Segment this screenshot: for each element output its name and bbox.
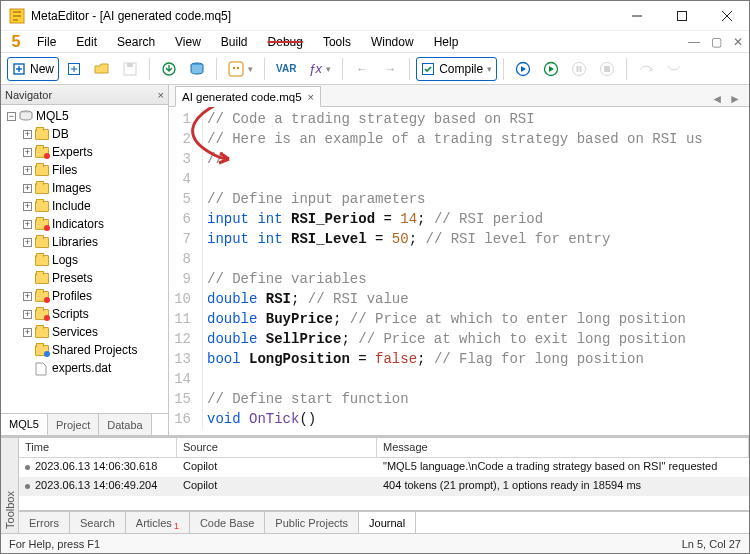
navigator-tree[interactable]: − MQL5 +DB +Experts +Files +Images +Incl… xyxy=(1,105,168,413)
svg-rect-28 xyxy=(604,66,610,72)
svg-rect-2 xyxy=(13,15,21,17)
new-button[interactable]: New xyxy=(7,57,59,81)
nav-tab-database[interactable]: Databa xyxy=(99,414,151,435)
menu-help[interactable]: Help xyxy=(424,31,469,52)
mdi-minimize-icon[interactable]: — xyxy=(683,31,705,52)
svg-point-20 xyxy=(237,66,239,68)
app-logo-icon: 5 xyxy=(5,31,27,52)
main-area: Navigator × − MQL5 +DB +Experts +Files +… xyxy=(1,85,749,435)
folder-icon xyxy=(35,327,49,338)
toolbox-label: Toolbox xyxy=(4,487,16,533)
compile-button[interactable]: Compile ▾ xyxy=(416,57,497,81)
toolbox-handle[interactable]: Toolbox xyxy=(1,438,19,533)
status-position: Ln 5, Col 27 xyxy=(682,538,741,550)
folder-icon xyxy=(35,255,49,266)
bottom-tabs: Errors Search Articles1 Code Base Public… xyxy=(19,511,749,533)
tab-articles[interactable]: Articles1 xyxy=(126,512,190,533)
tab-errors[interactable]: Errors xyxy=(19,512,70,533)
tree-item[interactable]: +Presets xyxy=(3,269,168,287)
tree-item[interactable]: +Services xyxy=(3,323,168,341)
debug-start-button[interactable] xyxy=(510,57,536,81)
tab-public-projects[interactable]: Public Projects xyxy=(265,512,359,533)
storage-button[interactable] xyxy=(184,57,210,81)
stop-button[interactable] xyxy=(594,57,620,81)
tab-scroll-right-icon[interactable]: ► xyxy=(729,92,741,106)
menu-edit[interactable]: Edit xyxy=(66,31,107,52)
tab-close-icon[interactable]: × xyxy=(308,91,314,103)
window-title: MetaEditor - [AI generated code.mq5] xyxy=(31,9,614,23)
fx-button[interactable]: ƒx▾ xyxy=(303,57,336,81)
tree-item[interactable]: +Shared Projects xyxy=(3,341,168,359)
tab-codebase[interactable]: Code Base xyxy=(190,512,265,533)
var-button[interactable]: VAR xyxy=(271,57,301,81)
menu-view[interactable]: View xyxy=(165,31,211,52)
mdi-restore-icon[interactable]: ▢ xyxy=(705,31,727,52)
step-over-button[interactable] xyxy=(633,57,659,81)
file-icon xyxy=(35,362,49,374)
code-editor[interactable]: 1// Code a trading strategy based on RSI… xyxy=(169,107,749,435)
editor-tabs: AI generated code.mq5 × ◄► xyxy=(169,85,749,107)
menu-debug[interactable]: Debug xyxy=(258,31,313,52)
tree-item[interactable]: +Logs xyxy=(3,251,168,269)
open-button[interactable] xyxy=(89,57,115,81)
menubar: 5 File Edit Search View Build Debug Tool… xyxy=(1,31,749,53)
pause-button[interactable] xyxy=(566,57,592,81)
tree-root-label: MQL5 xyxy=(36,109,69,123)
tree-item[interactable]: +Experts xyxy=(3,143,168,161)
menu-build[interactable]: Build xyxy=(211,31,258,52)
col-message[interactable]: Message xyxy=(377,438,749,458)
folder-icon xyxy=(35,309,49,320)
run-button[interactable] xyxy=(538,57,564,81)
step-into-button[interactable] xyxy=(661,57,687,81)
tree-item[interactable]: +Libraries xyxy=(3,233,168,251)
app-icon xyxy=(9,8,25,24)
folder-icon xyxy=(35,219,49,230)
navigator-header: Navigator × xyxy=(1,85,168,105)
editor-tab-label: AI generated code.mq5 xyxy=(182,91,302,103)
menu-search[interactable]: Search xyxy=(107,31,165,52)
mdi-close-icon[interactable]: ✕ xyxy=(727,31,749,52)
table-header: Time Source Message xyxy=(19,438,749,458)
tree-item[interactable]: +Include xyxy=(3,197,168,215)
col-time[interactable]: Time xyxy=(19,438,177,458)
table-row[interactable]: 2023.06.13 14:06:30.618 Copilot "MQL5 la… xyxy=(19,458,749,477)
col-source[interactable]: Source xyxy=(177,438,377,458)
minimize-button[interactable] xyxy=(614,1,659,30)
copilot-button[interactable]: ▾ xyxy=(223,57,258,81)
menu-file[interactable]: File xyxy=(27,31,66,52)
tree-item[interactable]: +experts.dat xyxy=(3,359,168,377)
tree-item[interactable]: +Files xyxy=(3,161,168,179)
tab-scroll-left-icon[interactable]: ◄ xyxy=(711,92,723,106)
new-plus-button[interactable] xyxy=(61,57,87,81)
tree-item[interactable]: +Scripts xyxy=(3,305,168,323)
navigator-tabs: MQL5 Project Databa xyxy=(1,413,168,435)
tab-search[interactable]: Search xyxy=(70,512,126,533)
svg-point-24 xyxy=(573,62,586,75)
tree-item[interactable]: +DB xyxy=(3,125,168,143)
toolbar: New ▾ VAR ƒx▾ ← → Compile ▾ xyxy=(1,53,749,85)
nav-tab-mql5[interactable]: MQL5 xyxy=(1,414,48,436)
tab-journal[interactable]: Journal xyxy=(359,512,416,533)
titlebar: MetaEditor - [AI generated code.mq5] xyxy=(1,1,749,31)
maximizeeutton[interactable] xyxy=(659,1,704,30)
close-button[interactable] xyxy=(704,1,749,30)
nav-fwd-button[interactable]: → xyxy=(377,57,403,81)
menu-window[interactable]: Window xyxy=(361,31,424,52)
navigator-close-icon[interactable]: × xyxy=(158,89,164,101)
new-label: New xyxy=(30,62,54,76)
save-button[interactable] xyxy=(117,57,143,81)
table-row[interactable]: 2023.06.13 14:06:49.204 Copilot 404 toke… xyxy=(19,477,749,496)
tree-item[interactable]: +Indicators xyxy=(3,215,168,233)
editor-panel: AI generated code.mq5 × ◄► 1// Code a tr… xyxy=(169,85,749,435)
nav-tab-project[interactable]: Project xyxy=(48,414,99,435)
tree-root[interactable]: − MQL5 xyxy=(3,107,168,125)
download-button[interactable] xyxy=(156,57,182,81)
menu-tools[interactable]: Tools xyxy=(313,31,361,52)
nav-back-button[interactable]: ← xyxy=(349,57,375,81)
svg-rect-25 xyxy=(577,66,579,72)
folder-icon xyxy=(35,129,49,140)
editor-tab[interactable]: AI generated code.mq5 × xyxy=(175,86,321,107)
tree-item[interactable]: +Profiles xyxy=(3,287,168,305)
navigator-panel: Navigator × − MQL5 +DB +Experts +Files +… xyxy=(1,85,169,435)
tree-item[interactable]: +Images xyxy=(3,179,168,197)
